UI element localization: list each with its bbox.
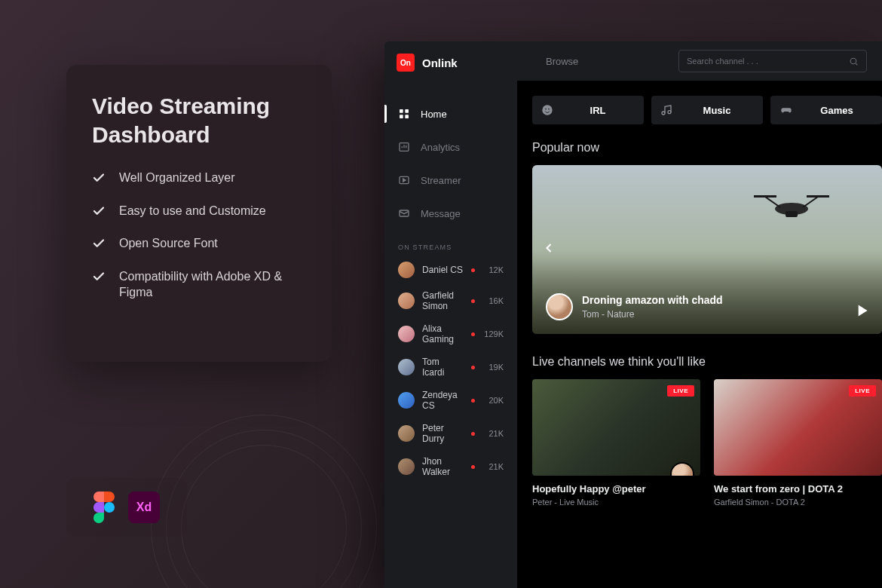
- stream-count: 20K: [482, 396, 504, 405]
- channel-title: Hopefully Happy @peter: [532, 483, 700, 495]
- music-icon: [660, 104, 672, 116]
- nav-item-streamer[interactable]: Streamer: [384, 164, 517, 197]
- nav-label: Streamer: [421, 175, 461, 186]
- check-icon: [92, 204, 106, 218]
- hero-title: Droning amazon with chadd: [582, 294, 723, 306]
- nav-label: Analytics: [421, 142, 460, 153]
- chevron-left-icon[interactable]: [541, 240, 556, 259]
- play-button[interactable]: [852, 301, 871, 323]
- live-dot-icon: [471, 299, 475, 303]
- category-pills: IRL Music Games: [532, 96, 882, 124]
- play-square-icon: [398, 174, 410, 186]
- svg-rect-3: [405, 115, 409, 118]
- gamepad-icon: [779, 104, 793, 116]
- stream-count: 16K: [482, 296, 504, 305]
- svg-rect-14: [754, 195, 776, 198]
- svg-point-13: [775, 203, 808, 215]
- stream-name: Daniel CS: [422, 265, 464, 275]
- live-badge: LIVE: [849, 385, 876, 397]
- stream-count: 12K: [482, 265, 504, 274]
- on-streams-label: ON STREAMS: [398, 243, 504, 251]
- pill-irl[interactable]: IRL: [532, 96, 644, 124]
- stream-name: Peter Durry: [422, 423, 464, 444]
- avatar: [398, 262, 415, 278]
- tool-logos: Xd: [66, 478, 187, 537]
- sidebar: On Onlink Home Analytics Streamer Messag…: [384, 41, 517, 588]
- feature-item: Open Source Font: [92, 235, 306, 252]
- svg-point-8: [542, 105, 552, 115]
- feature-text: Well Organized Layer: [119, 170, 235, 186]
- avatar: [398, 425, 415, 442]
- app-window: On Onlink Home Analytics Streamer Messag…: [384, 41, 882, 588]
- live-channels-title: Live channels we think you'll like: [532, 355, 882, 369]
- search-input[interactable]: [687, 57, 843, 66]
- channel-sub: Peter - Live Music: [532, 498, 700, 507]
- channel-card[interactable]: LIVE Hopefully Happy @peter Peter - Live…: [532, 379, 700, 507]
- brand[interactable]: On Onlink: [384, 41, 517, 79]
- pill-music[interactable]: Music: [651, 96, 763, 124]
- channel-card[interactable]: LIVE We start from zero | DOTA 2 Garfiel…: [714, 379, 882, 507]
- svg-rect-2: [400, 115, 403, 118]
- svg-rect-0: [400, 109, 403, 113]
- nav: Home Analytics Streamer Message: [384, 79, 517, 230]
- stream-row[interactable]: Zendeya CS 20K: [398, 390, 504, 411]
- stream-name: Tom Icardi: [422, 357, 464, 378]
- pill-games[interactable]: Games: [770, 96, 882, 124]
- svg-point-11: [662, 112, 665, 115]
- search-icon: [849, 57, 859, 66]
- stream-count: 21K: [482, 462, 504, 471]
- mail-icon: [398, 207, 410, 219]
- nav-label: Message: [421, 208, 461, 219]
- stream-count: 21K: [482, 429, 504, 438]
- stream-name: Garfield Simon: [422, 290, 464, 311]
- promo-title: Video Streaming Dashboard: [92, 92, 306, 149]
- on-streams-section: ON STREAMS Daniel CS 12K Garfield Simon …: [384, 243, 517, 489]
- stream-name: Alixa Gaming: [422, 323, 464, 345]
- feature-item: Compatibility with Adobe XD & Figma: [92, 268, 306, 301]
- svg-rect-15: [807, 195, 829, 198]
- avatar: [398, 392, 415, 409]
- hero-stream[interactable]: Droning amazon with chadd Tom - Nature: [532, 165, 882, 334]
- avatar: [398, 458, 415, 475]
- svg-point-7: [850, 58, 856, 64]
- hero-sub: Tom - Nature: [582, 309, 723, 320]
- hero-info: Droning amazon with chadd Tom - Nature: [546, 293, 723, 320]
- stream-row[interactable]: Alixa Gaming 129K: [398, 323, 504, 345]
- stream-row[interactable]: Garfield Simon 16K: [398, 290, 504, 311]
- adobe-xd-icon: Xd: [128, 492, 160, 523]
- check-icon: [92, 270, 106, 283]
- chart-icon: [398, 141, 410, 153]
- channel-thumb: LIVE: [532, 379, 700, 476]
- feature-text: Easy to use and Customize: [119, 203, 266, 219]
- feature-text: Open Source Font: [119, 235, 218, 252]
- content: IRL Music Games Popular now: [517, 81, 882, 507]
- live-badge: LIVE: [667, 385, 694, 397]
- search-box[interactable]: [678, 50, 867, 72]
- stream-row[interactable]: Tom Icardi 19K: [398, 357, 504, 378]
- nav-item-analytics[interactable]: Analytics: [384, 130, 517, 164]
- live-dot-icon: [471, 465, 475, 469]
- svg-rect-18: [786, 211, 798, 217]
- nav-label: Home: [421, 109, 447, 120]
- pill-label: IRL: [561, 105, 635, 116]
- feature-text: Compatibility with Adobe XD & Figma: [119, 268, 306, 301]
- channel-sub: Garfield Simon - DOTA 2: [714, 498, 882, 507]
- nav-item-message[interactable]: Message: [384, 197, 517, 230]
- main: Browse IRL Music Games: [517, 41, 882, 588]
- svg-line-16: [765, 197, 780, 207]
- nav-item-home[interactable]: Home: [384, 97, 517, 130]
- brand-mark: On: [397, 54, 415, 72]
- stream-row[interactable]: Jhon Walker 21K: [398, 456, 504, 477]
- avatar: [398, 359, 415, 375]
- promo-card: Video Streaming Dashboard Well Organized…: [66, 65, 332, 362]
- feature-item: Well Organized Layer: [92, 170, 306, 186]
- svg-line-17: [803, 197, 818, 207]
- browse-link[interactable]: Browse: [546, 56, 578, 67]
- stream-row[interactable]: Peter Durry 21K: [398, 423, 504, 444]
- stream-count: 19K: [482, 363, 504, 372]
- channel-thumb: LIVE: [714, 379, 882, 476]
- drone-illustration: [746, 186, 837, 224]
- stream-count: 129K: [482, 329, 504, 338]
- avatar: [398, 292, 415, 309]
- stream-row[interactable]: Daniel CS 12K: [398, 262, 504, 278]
